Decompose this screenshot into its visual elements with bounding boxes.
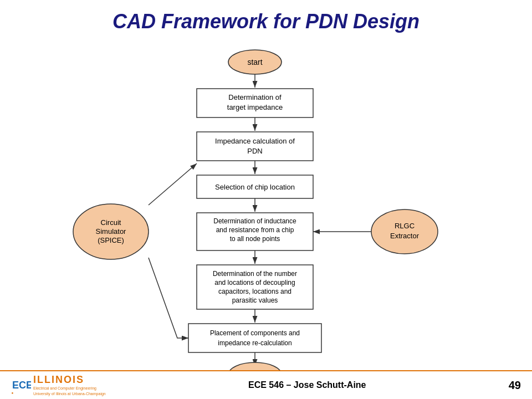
rlgc-label2: Extractor [390,232,420,240]
det-num-label2: and locations of decoupling [214,279,295,287]
svg-text:⬥: ⬥ [11,390,14,395]
circuit-sim-label3: (SPICE) [98,236,124,244]
footer: ECE ⬥ ILLINOIS Electrical and Computer E… [0,370,532,399]
circuit-sim-label2: Simulator [96,227,127,236]
course-info: ECE 546 – Jose Schutt-Aine [248,380,366,390]
det-num-label1: Determination of the number [213,270,297,278]
det-num-label3: capacitors, locations and [218,288,291,295]
rlgc-label1: RLGC [395,222,415,230]
sel-chip-label: Selection of chip location [215,183,295,191]
flowchart: start Determination of target impedance … [0,39,532,377]
logo-ece-row: ECE ⬥ ILLINOIS Electrical and Computer E… [11,374,106,396]
logo-sub-text: Electrical and Computer EngineeringUnive… [33,386,106,396]
illinois-logo-text: ILLINOIS [33,374,106,386]
imp-calc-label2: PDN [247,147,262,155]
det-target-label2: target impedance [227,103,283,111]
det-num-label4: parasitic values [232,296,278,304]
det-ind-label2: and resistance from a chip [216,226,294,234]
spice-arrow-down [149,258,188,338]
start-label: start [247,58,262,66]
page-number: 49 [509,379,521,392]
svg-text:ECE: ECE [12,380,31,391]
page-title: CAD Framework for PDN Design [0,0,532,39]
imp-calc-label: Impedance calculation of [215,137,295,145]
imp-calc-box [197,132,313,161]
det-ind-label3: to all node points [230,235,280,243]
circuit-sim-label1: Circuit [101,218,121,227]
main-area: start Determination of target impedance … [0,39,532,377]
placement-label1: Placement of components and [210,329,300,337]
ece-logo-icon: ECE ⬥ [11,375,31,395]
footer-logo: ECE ⬥ ILLINOIS Electrical and Computer E… [11,374,106,396]
det-target-label: Determination of [228,93,282,101]
placement-label2: impedance re-calculation [218,339,291,347]
det-ind-label1: Determination of inductance [213,217,296,225]
spice-arrow-up [149,163,197,205]
placement-box [188,324,321,352]
